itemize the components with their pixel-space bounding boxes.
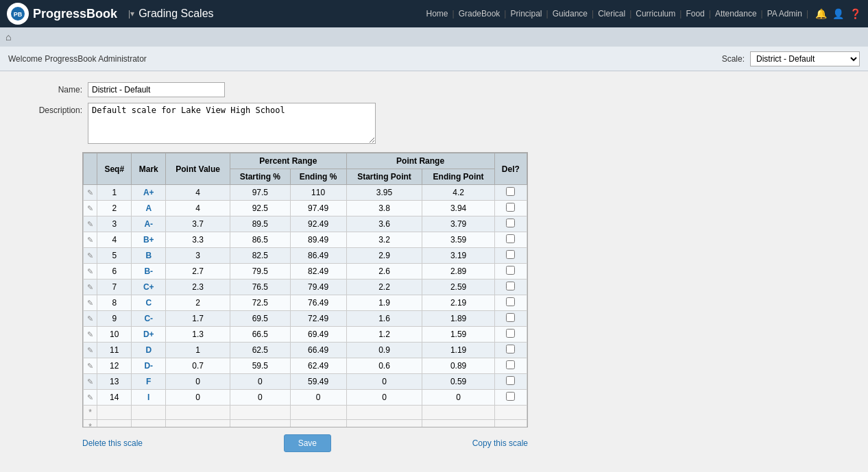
end-pt-cell: 2.19 xyxy=(422,295,494,311)
home-icon[interactable]: ⌂ xyxy=(5,32,11,42)
delete-checkbox-cell xyxy=(494,280,527,295)
nav-food[interactable]: Food xyxy=(682,9,708,18)
start-pct-cell: 69.5 xyxy=(230,311,291,327)
nav-principal[interactable]: Principal xyxy=(506,9,546,18)
nav-curriculum[interactable]: Curriculum xyxy=(631,9,679,18)
edit-icon[interactable]: ✎ xyxy=(84,295,97,311)
name-input[interactable] xyxy=(88,82,225,97)
bell-icon[interactable]: 🔔 xyxy=(815,8,827,19)
mark-cell: C+ xyxy=(132,280,166,295)
delete-checkbox[interactable] xyxy=(506,266,515,275)
delete-checkbox[interactable] xyxy=(506,376,515,385)
start-pct-cell: 89.5 xyxy=(230,216,291,232)
edit-icon[interactable]: ✎ xyxy=(84,390,97,406)
new-row: * xyxy=(84,406,527,420)
nav-attendance[interactable]: Attendance xyxy=(711,9,761,18)
seq-cell: 11 xyxy=(97,343,132,358)
mark-cell: B xyxy=(132,248,166,264)
end-pct-cell: 79.49 xyxy=(290,280,346,295)
edit-icon[interactable]: ✎ xyxy=(84,248,97,264)
start-pt-cell: 1.9 xyxy=(346,295,422,311)
delete-checkbox-cell xyxy=(494,248,527,264)
start-pct-cell: 66.5 xyxy=(230,327,291,343)
start-pt-cell: 3.6 xyxy=(346,216,422,232)
delete-checkbox[interactable] xyxy=(506,250,515,259)
mark-cell: A- xyxy=(132,216,166,232)
nav-pa-admin[interactable]: PA Admin xyxy=(763,9,806,18)
brand-divider: |▾ xyxy=(128,9,134,18)
delete-scale-link[interactable]: Delete this scale xyxy=(82,438,143,448)
logo[interactable]: PB ProgressBook xyxy=(7,3,117,25)
top-navbar: PB ProgressBook |▾ Grading Scales Home |… xyxy=(0,0,868,27)
mark-cell: I xyxy=(132,390,166,406)
edit-icon[interactable]: ✎ xyxy=(84,185,97,201)
sub-bar: ⌂ xyxy=(0,27,868,47)
delete-checkbox[interactable] xyxy=(506,282,515,290)
delete-checkbox[interactable] xyxy=(506,187,515,196)
save-button[interactable]: Save xyxy=(284,434,331,452)
edit-icon[interactable]: ✎ xyxy=(84,216,97,232)
scale-select[interactable]: District - Default xyxy=(750,51,860,66)
delete-checkbox[interactable] xyxy=(506,313,515,322)
edit-icon[interactable]: ✎ xyxy=(84,343,97,358)
edit-icon[interactable]: ✎ xyxy=(84,374,97,390)
seq-cell: 10 xyxy=(97,327,132,343)
start-pct-cell: 79.5 xyxy=(230,264,291,280)
delete-checkbox[interactable] xyxy=(506,360,515,369)
start-pct-cell: 62.5 xyxy=(230,343,291,358)
edit-icon[interactable]: ✎ xyxy=(84,201,97,216)
svg-text:PB: PB xyxy=(14,11,23,18)
start-pt-cell: 0 xyxy=(346,390,422,406)
delete-checkbox[interactable] xyxy=(506,345,515,353)
delete-checkbox[interactable] xyxy=(506,203,515,212)
mark-cell: C- xyxy=(132,311,166,327)
table-row: ✎4B+3.386.589.493.23.59 xyxy=(84,232,527,248)
end-pt-cell: 2.89 xyxy=(422,264,494,280)
start-pct-cell: 0 xyxy=(230,374,291,390)
edit-icon[interactable]: ✎ xyxy=(84,311,97,327)
seq-cell: 6 xyxy=(97,264,132,280)
nav-gradebook[interactable]: GradeBook xyxy=(455,9,505,18)
user-icon[interactable]: 👤 xyxy=(832,8,844,19)
end-pct-cell: 76.49 xyxy=(290,295,346,311)
delete-checkbox-cell xyxy=(494,343,527,358)
grades-table-scroll[interactable]: Seq# Mark Point Value Percent Range Poin… xyxy=(83,153,527,427)
point-value-cell: 2 xyxy=(166,295,230,311)
point-value-cell: 4 xyxy=(166,185,230,201)
table-row: ✎8C272.576.491.92.19 xyxy=(84,295,527,311)
end-pct-cell: 86.49 xyxy=(290,248,346,264)
nav-guidance[interactable]: Guidance xyxy=(548,9,592,18)
description-textarea[interactable]: Default scale for Lake View High School xyxy=(88,103,376,144)
nav-home[interactable]: Home xyxy=(422,9,453,18)
help-icon[interactable]: ❓ xyxy=(849,8,861,19)
edit-icon[interactable]: ✎ xyxy=(84,327,97,343)
table-row: ✎3A-3.789.592.493.63.79 xyxy=(84,216,527,232)
point-value-cell: 1 xyxy=(166,343,230,358)
col-del-header: Del? xyxy=(494,153,527,185)
point-value-cell: 2.7 xyxy=(166,264,230,280)
end-pct-cell: 89.49 xyxy=(290,232,346,248)
seq-cell: 9 xyxy=(97,311,132,327)
delete-checkbox[interactable] xyxy=(506,392,515,401)
table-row: ✎11D162.566.490.91.19 xyxy=(84,343,527,358)
delete-checkbox[interactable] xyxy=(506,234,515,243)
nav-clerical[interactable]: Clerical xyxy=(594,9,629,18)
end-pct-cell: 92.49 xyxy=(290,216,346,232)
grades-table: Seq# Mark Point Value Percent Range Poin… xyxy=(83,153,527,427)
delete-checkbox[interactable] xyxy=(506,329,515,338)
table-row: ✎1A+497.51103.954.2 xyxy=(84,185,527,201)
mark-cell: C xyxy=(132,295,166,311)
delete-checkbox-cell xyxy=(494,295,527,311)
delete-checkbox[interactable] xyxy=(506,219,515,227)
delete-checkbox-cell xyxy=(494,185,527,201)
edit-icon[interactable]: ✎ xyxy=(84,358,97,374)
copy-scale-link[interactable]: Copy this scale xyxy=(472,438,528,448)
delete-checkbox[interactable] xyxy=(506,297,515,306)
edit-icon[interactable]: ✎ xyxy=(84,264,97,280)
end-pct-cell: 110 xyxy=(290,185,346,201)
end-pt-cell: 2.59 xyxy=(422,280,494,295)
end-pct-cell: 97.49 xyxy=(290,201,346,216)
table-row: ✎10D+1.366.569.491.21.59 xyxy=(84,327,527,343)
edit-icon[interactable]: ✎ xyxy=(84,232,97,248)
edit-icon[interactable]: ✎ xyxy=(84,280,97,295)
